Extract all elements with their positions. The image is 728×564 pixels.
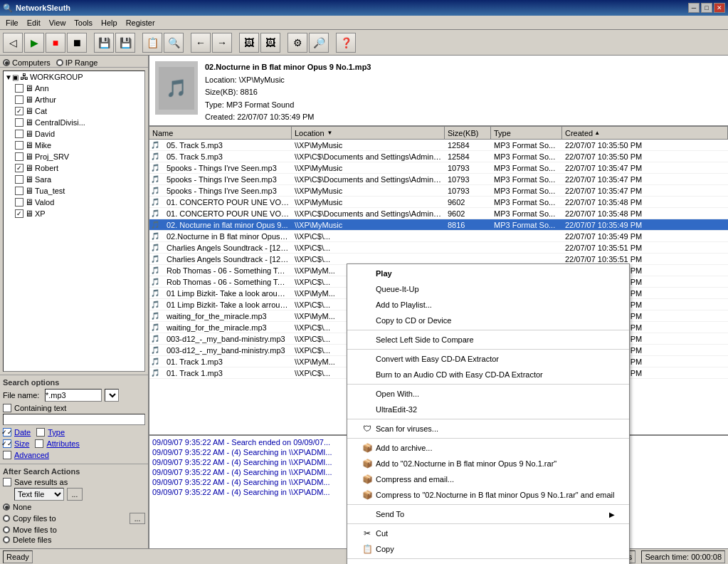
filename-input[interactable] [45, 389, 102, 402]
menu-edit[interactable]: Edit [23, 17, 45, 28]
menu-register[interactable]: Register [122, 17, 159, 28]
advanced-link[interactable]: Advanced [14, 451, 49, 459]
toolbar-save-button[interactable]: 💾 [94, 33, 114, 53]
ctx-create-shortcut[interactable]: Create Shortcut [347, 560, 629, 564]
network-tree[interactable]: ▼ ▣ 🖧 WORKGROUP 🖥 Ann 🖥 Arthur ✓ 🖥 Cat [3, 70, 145, 372]
ctx-add-archive[interactable]: 📦Add to archive... [347, 440, 629, 456]
file-row[interactable]: 🎵 5pooks - Things I'rve Seen.mp3 \\XP\C$… [149, 174, 728, 185]
ctx-cut[interactable]: ✂Cut [347, 526, 629, 541]
tree-node-cat[interactable]: ✓ 🖥 Cat [4, 105, 144, 117]
david-checkbox[interactable] [15, 130, 23, 138]
menu-view[interactable]: View [45, 17, 70, 28]
tree-node-david[interactable]: 🖥 David [4, 128, 144, 140]
file-row[interactable]: 🎵 5pooks - Things I'rve Seen.mp3 \\XP\My… [149, 185, 728, 197]
cat-checkbox[interactable]: ✓ [15, 107, 23, 115]
minimize-button[interactable]: ─ [688, 3, 700, 13]
tree-node-ann[interactable]: 🖥 Ann [4, 83, 144, 94]
browse-button[interactable]: ... [67, 488, 83, 501]
toolbar-search2-button[interactable]: 🔎 [309, 33, 329, 53]
ctx-scan-virus[interactable]: 🛡Scan for viruses... [347, 421, 629, 437]
tree-node-robert[interactable]: ✓ 🖥 Robert [4, 162, 144, 174]
file-row[interactable]: 🎵 02.Nocturne in B flat minor Opus 9... … [149, 231, 728, 242]
toolbar-img2-button[interactable]: 🖼 [260, 33, 280, 53]
toolbar-help-button[interactable]: ❓ [336, 33, 356, 53]
ctx-open-with[interactable]: Open With... [347, 386, 629, 402]
toolbar-search-button[interactable]: 🔍 [164, 33, 184, 53]
ctx-compress-rar-email[interactable]: 📦Compress to "02.Nocturne in B flat mino… [347, 487, 629, 503]
file-row[interactable]: 🎵 5pooks - Things I'rve Seen.mp3 \\XP\My… [149, 162, 728, 174]
date-link[interactable]: Date [14, 428, 31, 437]
copy-radio[interactable] [3, 515, 10, 522]
toolbar-img1-button[interactable]: 🖼 [239, 33, 259, 53]
text-file-select[interactable]: Text file [14, 488, 64, 501]
ctx-add-rar[interactable]: 📦Add to "02.Nocturne in B flat minor Opu… [347, 456, 629, 471]
col-type[interactable]: Type [491, 127, 562, 139]
xp-checkbox[interactable]: ✓ [15, 209, 23, 218]
ann-checkbox[interactable] [15, 84, 23, 93]
ctx-queue[interactable]: Queue-It-Up [347, 281, 629, 297]
ctx-play[interactable]: Play [347, 266, 629, 281]
file-row[interactable]: 🎵 05. Track 5.mp3 \\XP\C$\Documents and … [149, 151, 728, 162]
ip-range-tab[interactable]: IP Range [56, 58, 98, 67]
type-link[interactable]: Type [48, 428, 65, 437]
copy-browse-button[interactable]: ... [130, 513, 145, 524]
ctx-compress-email[interactable]: 📦Compress and email... [347, 471, 629, 487]
toolbar-stop-button[interactable]: ■ [46, 33, 65, 53]
tree-node-mike[interactable]: 🖥 Mike [4, 140, 144, 151]
toolbar-pause-button[interactable]: ⏹ [67, 33, 87, 53]
none-radio[interactable] [3, 503, 10, 511]
toolbar-copy-button[interactable]: 📋 [142, 33, 162, 53]
tree-node-sara[interactable]: 🖥 Sara [4, 174, 144, 185]
ctx-copy-cd[interactable]: Copy to CD or Device [347, 313, 629, 328]
file-row[interactable]: 🎵 01. CONCERTO POUR UNE VOIX.mp3 \\XP\C$… [149, 208, 728, 219]
advanced-checkbox[interactable] [3, 451, 11, 459]
containing-text-input[interactable] [3, 414, 145, 425]
save-results-checkbox[interactable] [3, 478, 11, 486]
col-location[interactable]: Location ▼ [292, 127, 445, 139]
tree-node-valod[interactable]: 🖥 Valod [4, 197, 144, 208]
close-button[interactable]: ✕ [714, 3, 725, 13]
maximize-button[interactable]: □ [701, 3, 712, 13]
valod-checkbox[interactable] [15, 198, 23, 207]
menu-tools[interactable]: Tools [70, 17, 97, 28]
toolbar-settings-button[interactable]: ⚙ [287, 33, 307, 53]
attributes-checkbox[interactable] [35, 439, 43, 448]
ip-radio[interactable] [56, 59, 63, 66]
menu-help[interactable]: Help [97, 17, 122, 28]
tuatest-checkbox[interactable] [15, 187, 23, 195]
type-checkbox[interactable] [36, 428, 45, 437]
date-checkbox[interactable]: ✓ [3, 428, 11, 437]
containing-text-checkbox[interactable] [3, 404, 11, 412]
tree-node-tuatest[interactable]: 🖥 Tua_test [4, 185, 144, 197]
arthur-checkbox[interactable] [15, 95, 23, 104]
projsrv-checkbox[interactable] [15, 152, 23, 161]
toolbar-play-button[interactable]: ▶ [24, 33, 44, 53]
tree-node-xp[interactable]: ✓ 🖥 XP [4, 208, 144, 219]
file-row[interactable]: 🎵 Charlies Angels Soundtrack - [12] - ..… [149, 242, 728, 254]
mike-checkbox[interactable] [15, 141, 23, 150]
ctx-convert[interactable]: Convert with Easy CD-DA Extractor [347, 351, 629, 367]
col-created[interactable]: Created ▲ [562, 127, 728, 139]
tree-node-projsrv[interactable]: 🖥 Proj_SRV [4, 151, 144, 162]
ctx-burn[interactable]: Burn to an Audio CD with Easy CD-DA Extr… [347, 367, 629, 382]
file-row[interactable]: 🎵 05. Track 5.mp3 \\XP\MyMusic 12584 MP3… [149, 140, 728, 151]
ctx-send-to[interactable]: Send To▶ [347, 506, 629, 522]
attributes-link[interactable]: Attributes [46, 439, 79, 448]
ctx-select-left[interactable]: Select Left Side to Compare [347, 332, 629, 348]
ctx-playlist[interactable]: Add to Playlist... [347, 297, 629, 313]
tree-node-centraldivisi[interactable]: 🖥 CentralDivisi... [4, 117, 144, 128]
ctx-ultraedit[interactable]: UltraEdit-32 [347, 402, 629, 417]
toolbar-left-button[interactable]: ← [191, 33, 211, 53]
robert-checkbox[interactable]: ✓ [15, 164, 23, 172]
ctx-copy[interactable]: 📋Copy [347, 541, 629, 557]
toolbar-back-button[interactable]: ◁ [3, 33, 23, 53]
size-checkbox[interactable]: ✓ [3, 439, 11, 448]
menu-file[interactable]: File [1, 17, 23, 28]
file-row-selected[interactable]: 🎵 02. Nocturne in flat minor Opus 9... \… [149, 219, 728, 231]
sara-checkbox[interactable] [15, 175, 23, 184]
centraldivisi-checkbox[interactable] [15, 118, 23, 127]
move-radio[interactable] [3, 526, 10, 533]
tree-node-arthur[interactable]: 🖥 Arthur [4, 94, 144, 105]
toolbar-right-button[interactable]: → [212, 33, 232, 53]
toolbar-save2-button[interactable]: 💾 [115, 33, 135, 53]
